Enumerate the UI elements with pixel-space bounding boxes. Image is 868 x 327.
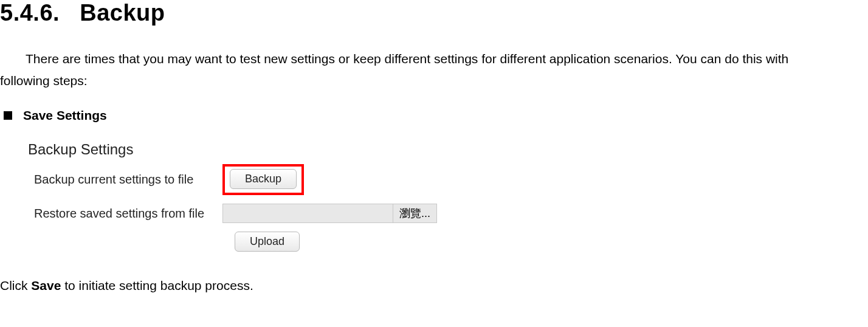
file-chooser: 瀏覽... — [222, 204, 437, 223]
intro-line-1: There are times that you may want to tes… — [26, 52, 788, 66]
restore-row-label: Restore saved settings from file — [28, 207, 222, 221]
backup-row-label: Backup current settings to file — [28, 173, 222, 187]
backup-settings-panel: Backup Settings Backup current settings … — [28, 136, 478, 263]
heading-text: Backup — [80, 0, 165, 26]
instruction-prefix: Click — [0, 278, 31, 292]
square-bullet-icon — [4, 111, 12, 120]
restore-row: Restore saved settings from file 瀏覽... — [28, 204, 478, 223]
intro-line-2: following steps: — [0, 74, 88, 88]
heading-number: 5.4.6. — [0, 0, 60, 26]
section-heading: 5.4.6. Backup — [0, 0, 868, 26]
browse-button[interactable]: 瀏覽... — [393, 204, 437, 223]
upload-button[interactable]: Upload — [235, 232, 300, 252]
upload-row: Upload — [235, 232, 478, 252]
backup-button[interactable]: Backup — [230, 169, 297, 189]
instruction-suffix: to initiate setting backup process. — [61, 278, 253, 292]
bullet-item-save-settings: Save Settings — [4, 108, 868, 123]
intro-paragraph: There are times that you may want to tes… — [0, 48, 868, 91]
backup-button-highlight: Backup — [222, 164, 304, 195]
bullet-label: Save Settings — [23, 108, 107, 123]
instruction-bold: Save — [31, 278, 61, 292]
instruction-line: Click Save to initiate setting backup pr… — [0, 278, 868, 293]
backup-row: Backup current settings to file Backup — [28, 164, 478, 195]
file-path-input[interactable] — [222, 204, 393, 223]
panel-title: Backup Settings — [28, 141, 478, 158]
